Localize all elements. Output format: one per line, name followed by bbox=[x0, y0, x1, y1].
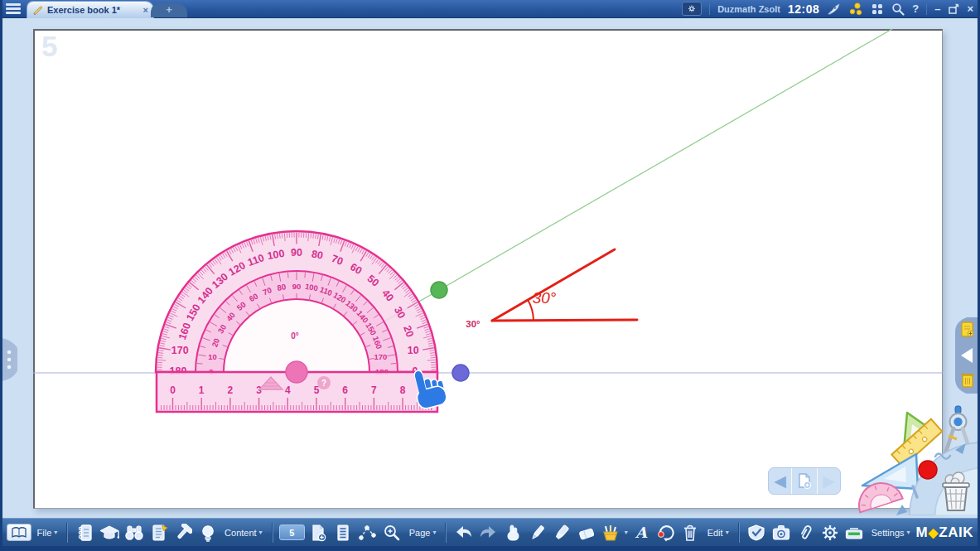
purple-point[interactable] bbox=[452, 365, 469, 381]
svg-text:4: 4 bbox=[285, 384, 291, 396]
next-page-button[interactable]: ▶ bbox=[817, 468, 840, 494]
green-point[interactable] bbox=[431, 282, 447, 298]
content-menu[interactable]: Content ▾ bbox=[221, 528, 266, 538]
edit-menu[interactable]: Edit ▾ bbox=[704, 528, 732, 538]
rocket-icon[interactable] bbox=[827, 2, 841, 16]
svg-text:170: 170 bbox=[374, 352, 388, 361]
pen-tool-icon[interactable] bbox=[526, 521, 548, 544]
svg-text:90: 90 bbox=[292, 282, 302, 291]
left-panel-handle[interactable] bbox=[2, 338, 17, 381]
eraser-tool-icon[interactable] bbox=[576, 521, 598, 544]
svg-text:90: 90 bbox=[291, 247, 302, 259]
tab-title: Exercise book 1* bbox=[47, 5, 120, 15]
pencil-icon bbox=[32, 4, 44, 16]
svg-text:0: 0 bbox=[170, 384, 176, 396]
minimize-button[interactable]: – bbox=[934, 2, 940, 15]
page-number-field[interactable]: 5 bbox=[279, 524, 306, 540]
text-tool[interactable]: A bbox=[630, 521, 653, 544]
delete-trash-icon[interactable] bbox=[679, 521, 702, 544]
hand-tool-icon[interactable] bbox=[502, 521, 524, 544]
chevron-down-icon: ▾ bbox=[907, 529, 910, 536]
protractor-help-icon[interactable]: ? bbox=[317, 376, 331, 389]
settings-gear-icon[interactable] bbox=[819, 521, 842, 544]
cashbox-icon[interactable] bbox=[843, 521, 866, 544]
tool-wheel bbox=[856, 403, 980, 515]
svg-text:10: 10 bbox=[208, 352, 217, 361]
apps-grid-icon[interactable] bbox=[871, 2, 884, 16]
main-menu-icon[interactable] bbox=[3, 2, 23, 17]
chevron-down-icon: ▾ bbox=[54, 529, 57, 536]
trash-side-icon[interactable] bbox=[962, 375, 974, 387]
svg-text:1: 1 bbox=[199, 384, 205, 396]
search-icon[interactable] bbox=[891, 2, 905, 16]
center-point[interactable] bbox=[286, 361, 307, 383]
mozaik-molecule-icon[interactable] bbox=[848, 2, 863, 16]
svg-text:3: 3 bbox=[256, 384, 262, 396]
mozaik-logo[interactable]: M◆ZAIK bbox=[916, 524, 973, 541]
chevron-down-icon[interactable]: ▾ bbox=[625, 529, 628, 536]
user-name: Duzmath Zsolt bbox=[717, 4, 780, 14]
page-plus-icon bbox=[797, 473, 812, 490]
add-page-side-icon[interactable] bbox=[962, 322, 973, 336]
close-window-button[interactable]: × bbox=[967, 2, 973, 15]
protractor-angle-readout: 30° bbox=[466, 319, 480, 329]
new-tab-button[interactable]: + bbox=[151, 3, 187, 17]
angle-label: 30° bbox=[533, 289, 557, 307]
prev-page-button[interactable]: ◀ bbox=[769, 468, 791, 494]
camera-snapshot-icon[interactable] bbox=[770, 521, 792, 544]
add-page-button[interactable] bbox=[791, 468, 817, 494]
page-menu[interactable]: Page ▾ bbox=[406, 528, 440, 538]
svg-text:0°: 0° bbox=[291, 331, 299, 341]
red-angle-drawing: 30° bbox=[492, 249, 637, 321]
rotate-object-icon[interactable] bbox=[654, 521, 677, 544]
color-dot-red[interactable] bbox=[919, 461, 937, 479]
help-button[interactable]: ? bbox=[912, 2, 919, 15]
homework-check-icon[interactable] bbox=[746, 521, 768, 544]
svg-text:6: 6 bbox=[342, 384, 348, 396]
svg-text:8: 8 bbox=[400, 384, 406, 396]
pen-cup-icon[interactable] bbox=[600, 521, 622, 544]
diamond-icon: ◆ bbox=[929, 525, 939, 540]
restore-window-icon[interactable] bbox=[948, 3, 959, 15]
svg-text:80: 80 bbox=[311, 248, 324, 261]
tab-close-icon[interactable]: × bbox=[143, 5, 148, 15]
window-bottom-border bbox=[0, 546, 980, 551]
svg-text:2: 2 bbox=[228, 384, 234, 396]
zoom-in-icon[interactable] bbox=[381, 521, 403, 544]
wheel-arrow-down-icon[interactable] bbox=[896, 505, 907, 515]
animation-path-icon[interactable] bbox=[356, 521, 379, 544]
gear-icon bbox=[688, 3, 696, 14]
notebook-icon[interactable] bbox=[74, 521, 96, 544]
chevron-down-icon: ▾ bbox=[432, 529, 436, 536]
open-book-icon[interactable] bbox=[7, 524, 31, 541]
attachment-clip-icon[interactable] bbox=[794, 521, 817, 544]
clock: 12:08 bbox=[788, 2, 819, 16]
svg-text:170: 170 bbox=[171, 345, 189, 356]
mozabook-window: Exercise book 1* × + Duzmath Zsolt 12:08 bbox=[0, 0, 980, 551]
tools-hammer-icon[interactable] bbox=[172, 521, 195, 544]
drawing-layer[interactable]: 1801701601501401301201101009080706050403… bbox=[33, 29, 943, 509]
page-sorter-icon[interactable] bbox=[332, 521, 355, 544]
add-page-icon[interactable] bbox=[307, 521, 330, 544]
bottom-toolbar: File ▾ bbox=[0, 518, 980, 546]
binoculars-icon[interactable] bbox=[123, 521, 146, 544]
chevron-down-icon: ▾ bbox=[259, 529, 263, 536]
document-edit-icon[interactable] bbox=[147, 521, 170, 544]
triangle-ruler-tool-icon[interactable] bbox=[862, 454, 918, 489]
lightbulb-icon[interactable] bbox=[196, 521, 219, 544]
settings-menu[interactable]: Settings ▾ bbox=[868, 528, 914, 538]
sync-settings-icon[interactable] bbox=[682, 2, 702, 16]
file-menu[interactable]: File ▾ bbox=[34, 528, 61, 538]
svg-text:80: 80 bbox=[277, 282, 287, 292]
title-bar: Exercise book 1* × + Duzmath Zsolt 12:08 bbox=[0, 0, 980, 18]
graduation-cap-icon[interactable] bbox=[99, 521, 121, 544]
highlighter-tool-icon[interactable] bbox=[551, 521, 573, 544]
right-panel-tab bbox=[952, 317, 980, 394]
chevron-down-icon: ▾ bbox=[726, 529, 729, 536]
tab-exercise-book[interactable]: Exercise book 1* × bbox=[27, 1, 154, 18]
svg-text:?: ? bbox=[321, 379, 326, 388]
protractor-tool[interactable]: 1801701601501401301201101009080706050403… bbox=[156, 231, 437, 412]
undo-icon[interactable] bbox=[452, 521, 475, 544]
svg-text:7: 7 bbox=[371, 384, 377, 396]
redo-icon[interactable] bbox=[477, 521, 500, 544]
